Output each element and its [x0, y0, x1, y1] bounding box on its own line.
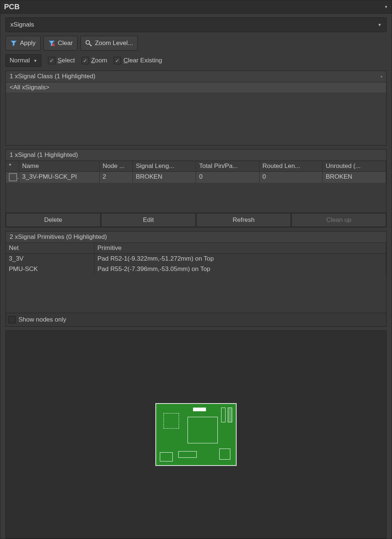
apply-button[interactable]: Apply	[6, 36, 41, 51]
show-nodes-label: Show nodes only	[18, 316, 66, 323]
primitives-header[interactable]: 2 xSignal Primitives (0 Highlighted)	[6, 231, 386, 243]
table-row[interactable]: 3_3V-PMU-SCK_PI 2 BROKEN 0 0 BROKEN	[6, 172, 386, 183]
refresh-button[interactable]: Refresh	[196, 213, 291, 227]
xsignal-button-row: Delete Edit Refresh Clean up	[6, 213, 386, 227]
magnifier-icon	[85, 40, 92, 47]
col-primitive[interactable]: Primitive	[94, 243, 386, 253]
cell-node: 2	[100, 172, 133, 183]
col-star[interactable]: *	[6, 161, 19, 171]
clear-existing-checkbox[interactable]: ✓	[114, 57, 121, 64]
row-checkbox[interactable]	[9, 173, 17, 181]
svg-point-2	[86, 41, 90, 44]
chevron-down-icon: ▼	[378, 23, 382, 27]
xsignal-class-list[interactable]: <All xSignals>	[6, 82, 386, 145]
filter-type-value: xSignals	[10, 21, 34, 28]
cleanup-button: Clean up	[292, 213, 386, 227]
primitives-table-header[interactable]: Net Primitive	[6, 243, 386, 254]
xsignal-header-text: 1 xSignal (1 Highlighted)	[10, 151, 78, 159]
funnel-icon	[10, 40, 17, 47]
cell-total-pin: 0	[196, 172, 259, 183]
show-nodes-row[interactable]: ✓ Show nodes only	[6, 313, 386, 326]
primitives-header-text: 2 xSignal Primitives (0 Highlighted)	[10, 233, 107, 241]
col-net[interactable]: Net	[6, 243, 94, 253]
select-checkbox-group[interactable]: ✓ SSelectelect	[48, 57, 75, 64]
clear-label: Clear	[58, 40, 73, 47]
collapse-arrow-icon[interactable]: ▾	[381, 75, 382, 79]
highlight-mode-dropdown[interactable]: Normal ▼	[6, 54, 41, 67]
zoom-level-button[interactable]: Zoom Level...	[80, 36, 138, 51]
cell-primitive: Pad R55-2(-7.396mm,-53.05mm) on Top	[94, 264, 386, 274]
options-row: Normal ▼ ✓ SSelectelect ✓ ZZoomoom ✓ CCl…	[6, 54, 386, 67]
clear-button[interactable]: Clear	[44, 36, 78, 51]
cell-routed-length: 0	[259, 172, 323, 183]
xsignal-table-body: 3_3V-PMU-SCK_PI 2 BROKEN 0 0 BROKEN	[6, 172, 386, 213]
highlight-mode-value: Normal	[10, 57, 30, 64]
svg-line-3	[89, 44, 92, 46]
col-node[interactable]: Node ...	[100, 161, 133, 171]
row-checkbox-cell[interactable]	[6, 172, 19, 183]
table-row[interactable]: PMU-SCK Pad R55-2(-7.396mm,-53.05mm) on …	[6, 264, 386, 274]
cell-name: 3_3V-PMU-SCK_PI	[19, 172, 100, 183]
chevron-down-icon: ▼	[34, 59, 37, 63]
xsignal-class-header[interactable]: 1 xSignal Class (1 Highlighted) ▾	[6, 71, 386, 82]
panel-menu-arrow-icon[interactable]: ▼	[384, 5, 388, 9]
cell-primitive: Pad R52-1(-9.322mm,-51.272mm) on Top	[94, 254, 386, 264]
cell-unrouted: BROKEN	[323, 172, 386, 183]
xsignal-class-item[interactable]: <All xSignals>	[6, 82, 386, 93]
select-checkbox[interactable]: ✓	[48, 57, 55, 64]
col-unrouted[interactable]: Unrouted (...	[323, 161, 386, 171]
panel-content: xSignals ▼ Apply Clear	[0, 14, 392, 539]
funnel-clear-icon	[48, 40, 55, 47]
filter-toolbar: Apply Clear Zoom Level...	[6, 36, 386, 51]
panel-title: PCB	[4, 3, 20, 11]
xsignal-table-header[interactable]: * Name Node ... Signal Leng... Total Pin…	[6, 161, 386, 172]
zoom-checkbox[interactable]: ✓	[82, 57, 89, 64]
col-signal-length[interactable]: Signal Leng...	[133, 161, 196, 171]
show-nodes-checkbox[interactable]: ✓	[8, 316, 16, 323]
cell-signal-length: BROKEN	[133, 172, 196, 183]
col-routed-length[interactable]: Routed Len...	[259, 161, 323, 171]
xsignal-class-section: 1 xSignal Class (1 Highlighted) ▾ <All x…	[6, 71, 386, 145]
cell-net: 3_3V	[6, 254, 94, 264]
delete-button[interactable]: Delete	[6, 213, 100, 227]
zoom-level-label: Zoom Level...	[95, 40, 133, 47]
cell-net: PMU-SCK	[6, 264, 94, 274]
apply-label: Apply	[20, 40, 36, 47]
xsignal-table: * Name Node ... Signal Leng... Total Pin…	[6, 161, 386, 213]
primitives-table-body: 3_3V Pad R52-1(-9.322mm,-51.272mm) on To…	[6, 254, 386, 313]
edit-button[interactable]: Edit	[101, 213, 196, 227]
xsignal-header[interactable]: 1 xSignal (1 Highlighted)	[6, 150, 386, 161]
filter-type-dropdown[interactable]: xSignals ▼	[6, 17, 386, 32]
panel-titlebar[interactable]: PCB ▼	[0, 0, 392, 14]
clear-existing-checkbox-group[interactable]: ✓ CClear Existinglear Existing	[114, 57, 162, 64]
pcb-thumbnail	[155, 403, 237, 466]
clear-existing-label: CClear Existinglear Existing	[123, 57, 162, 64]
zoom-checkbox-group[interactable]: ✓ ZZoomoom	[82, 57, 107, 64]
select-label: SSelectelect	[58, 57, 75, 64]
table-row[interactable]: 3_3V Pad R52-1(-9.322mm,-51.272mm) on To…	[6, 254, 386, 264]
col-name[interactable]: Name	[19, 161, 100, 171]
pcb-panel: PCB ▼ xSignals ▼ Apply Clear	[0, 0, 392, 539]
pcb-preview-pane[interactable]	[6, 330, 386, 539]
xsignal-class-header-text: 1 xSignal Class (1 Highlighted)	[10, 73, 95, 80]
zoom-label: ZZoomoom	[91, 57, 107, 64]
xsignal-section: 1 xSignal (1 Highlighted) * Name Node ..…	[6, 149, 386, 227]
col-total-pin[interactable]: Total Pin/Pa...	[196, 161, 259, 171]
primitives-table: Net Primitive 3_3V Pad R52-1(-9.322mm,-5…	[6, 243, 386, 313]
xsignal-primitives-section: 2 xSignal Primitives (0 Highlighted) Net…	[6, 231, 386, 327]
